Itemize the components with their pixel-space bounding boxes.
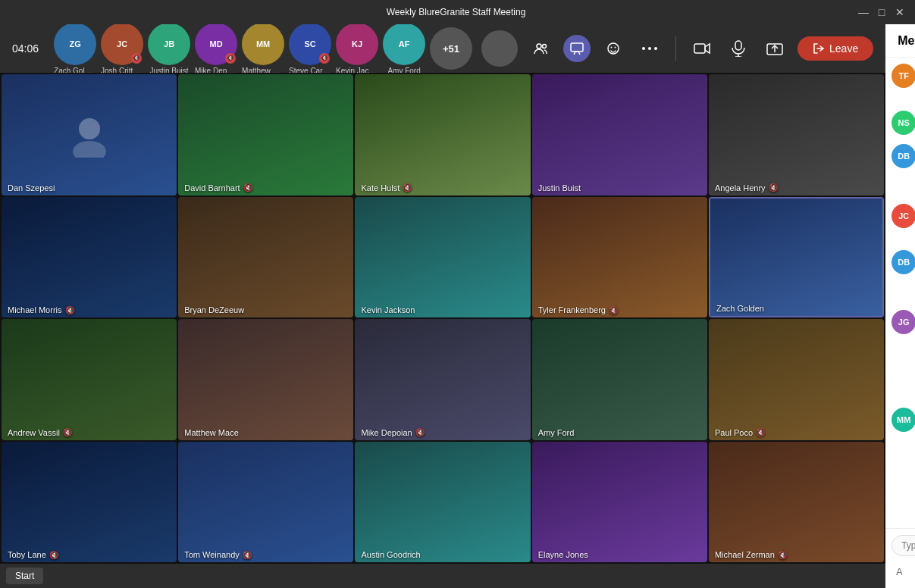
video-cell: Tom Weinandy 🔇 bbox=[178, 442, 353, 563]
video-cell-name: David Barnhart 🔇 bbox=[184, 183, 252, 192]
participants-button[interactable] bbox=[527, 35, 554, 62]
participant-item[interactable]: MM Matthew Mace bbox=[242, 24, 284, 75]
window-controls: — □ ✕ bbox=[857, 6, 906, 18]
chat-message: DB David Barnhart 10:03 AM obviously a b… bbox=[891, 250, 915, 300]
chat-message: DB David Barnhart 10:03 AM I dressed up … bbox=[891, 144, 915, 194]
share-button[interactable] bbox=[761, 35, 788, 62]
chat-message: NS Nithin Sankar 10:03 AM Justin Buist m… bbox=[891, 111, 915, 136]
close-button[interactable]: ✕ bbox=[894, 6, 906, 18]
video-cell: Angela Henry 🔇 bbox=[709, 74, 884, 195]
svg-rect-2 bbox=[571, 43, 583, 52]
muted-icon: 🔇 bbox=[769, 183, 778, 192]
window-title: Weekly BlureGranite Staff Meeting bbox=[55, 7, 857, 17]
video-grid: Dan Szepesi David Barnhart 🔇 Kate Hulst … bbox=[0, 73, 885, 564]
bottom-bar: Start bbox=[0, 564, 885, 588]
chat-panel: Meeting chat ✕ TF Tyler Frankenberg 10:0… bbox=[885, 24, 915, 588]
muted-icon: 🔇 bbox=[756, 428, 765, 436]
participant-item[interactable]: JB Justin Buist bbox=[148, 24, 190, 75]
muted-badge: 🔇 bbox=[131, 53, 142, 64]
muted-icon: 🔇 bbox=[609, 306, 618, 314]
title-bar: Weekly BlureGranite Staff Meeting — □ ✕ bbox=[0, 0, 915, 24]
svg-point-5 bbox=[615, 47, 616, 48]
video-cell-name: Kate Hulst 🔇 bbox=[361, 183, 412, 192]
participant-item[interactable]: ZG Zach Golden bbox=[54, 24, 96, 75]
muted-icon: 🔇 bbox=[778, 551, 787, 559]
chat-button[interactable] bbox=[563, 35, 591, 62]
video-cell-name: Kevin Jackson bbox=[361, 305, 415, 314]
participant-overflow[interactable]: +51 bbox=[430, 27, 472, 70]
svg-point-15 bbox=[79, 118, 100, 139]
muted-icon: 🔇 bbox=[243, 183, 252, 192]
reactions-button[interactable] bbox=[600, 35, 627, 62]
minimize-button[interactable]: — bbox=[857, 6, 870, 18]
video-cell: Mike Depoian 🔇 bbox=[355, 319, 530, 440]
video-section: 04:06 ZG Zach Golden JC 🔇 Josh Crittenb.… bbox=[0, 24, 885, 588]
participant-strip: ZG Zach Golden JC 🔇 Josh Crittenb... JB … bbox=[54, 24, 472, 75]
video-cell: Austin Goodrich bbox=[355, 442, 530, 563]
video-cell-name: Dan Szepesi bbox=[8, 183, 55, 192]
avatar-remote bbox=[481, 30, 518, 67]
muted-icon: 🔇 bbox=[415, 428, 425, 436]
video-cell: David Barnhart 🔇 bbox=[178, 74, 353, 195]
svg-rect-9 bbox=[694, 44, 705, 53]
chat-input[interactable] bbox=[891, 535, 915, 556]
video-cell-name: Angela Henry 🔇 bbox=[715, 183, 778, 192]
svg-point-6 bbox=[642, 47, 645, 50]
video-cell-name: Austin Goodrich bbox=[361, 550, 420, 559]
video-cell-name: Justin Buist bbox=[538, 183, 581, 192]
video-cell-name: Amy Ford bbox=[538, 428, 575, 437]
mute-button[interactable] bbox=[725, 35, 752, 62]
camera-button[interactable] bbox=[688, 35, 716, 62]
video-cell-name: Zach Golden bbox=[716, 304, 764, 313]
overflow-count[interactable]: +51 bbox=[430, 27, 472, 70]
svg-point-1 bbox=[543, 45, 547, 48]
video-cell-name: Michael Zerman 🔇 bbox=[715, 550, 787, 559]
video-cell: Kevin Jackson bbox=[355, 197, 530, 318]
avatar: AF bbox=[383, 24, 425, 65]
muted-icon: 🔇 bbox=[63, 428, 72, 436]
format-button[interactable]: A bbox=[891, 561, 913, 582]
avatar: MM bbox=[242, 24, 284, 65]
svg-point-7 bbox=[648, 47, 651, 50]
chat-message: JG Jon Gore 10:04 AM ▶ OH YEAH! 😄 1 ❤️ 1 bbox=[891, 310, 915, 399]
chat-header: Meeting chat ✕ bbox=[885, 24, 915, 58]
video-cell-name: Mike Depoian 🔇 bbox=[361, 428, 424, 437]
avatar: ZG bbox=[54, 24, 96, 65]
video-cell: Amy Ford bbox=[532, 319, 707, 440]
video-cell-name: Tyler Frankenberg 🔇 bbox=[538, 305, 618, 314]
video-cell-name: Paul Poco 🔇 bbox=[715, 428, 765, 437]
muted-icon: 🔇 bbox=[243, 551, 252, 559]
video-cell: Tyler Frankenberg 🔇 bbox=[532, 197, 707, 318]
svg-point-0 bbox=[537, 44, 541, 48]
video-cell: Michael Morris 🔇 bbox=[2, 197, 177, 318]
chat-message: TF Tyler Frankenberg 10:03 AM i finally … bbox=[891, 64, 915, 102]
start-button[interactable]: Start bbox=[6, 568, 43, 584]
video-cell: Andrew Vassil 🔇 bbox=[2, 319, 177, 440]
video-cell: Zach Golden bbox=[709, 197, 884, 318]
svg-point-4 bbox=[611, 47, 613, 48]
video-cell-name: Elayne Jones bbox=[538, 550, 588, 559]
video-cell-name: Andrew Vassil 🔇 bbox=[8, 428, 72, 437]
video-cell: Bryan DeZeeuw bbox=[178, 197, 353, 318]
participant-item[interactable]: AF Amy Ford bbox=[383, 24, 425, 75]
svg-point-8 bbox=[654, 47, 657, 50]
avatar: SC 🔇 bbox=[289, 24, 331, 65]
muted-icon: 🔇 bbox=[49, 551, 58, 559]
video-cell-name: Bryan DeZeeuw bbox=[184, 305, 244, 314]
video-cell-name: Tom Weinandy 🔇 bbox=[184, 550, 252, 559]
participant-item[interactable]: SC 🔇 Steve Carde... bbox=[289, 24, 331, 75]
maximize-button[interactable]: □ bbox=[876, 6, 888, 18]
avatar: DB bbox=[891, 250, 915, 274]
participant-item[interactable]: KJ Kevin Jackson bbox=[336, 24, 378, 75]
avatar: MD 🔇 bbox=[195, 24, 237, 65]
video-cell: Matthew Mace bbox=[178, 319, 353, 440]
participant-item[interactable]: JC 🔇 Josh Crittenb... bbox=[101, 24, 143, 75]
leave-label: Leave bbox=[829, 42, 858, 55]
video-cell: Dan Szepesi bbox=[2, 74, 177, 195]
avatar: JC bbox=[891, 204, 915, 228]
more-options-button[interactable] bbox=[636, 35, 663, 62]
svg-point-16 bbox=[73, 141, 106, 158]
video-cell: Justin Buist bbox=[532, 74, 707, 195]
leave-button[interactable]: Leave bbox=[797, 36, 873, 61]
participant-item[interactable]: MD 🔇 Mike Depoi... bbox=[195, 24, 237, 75]
